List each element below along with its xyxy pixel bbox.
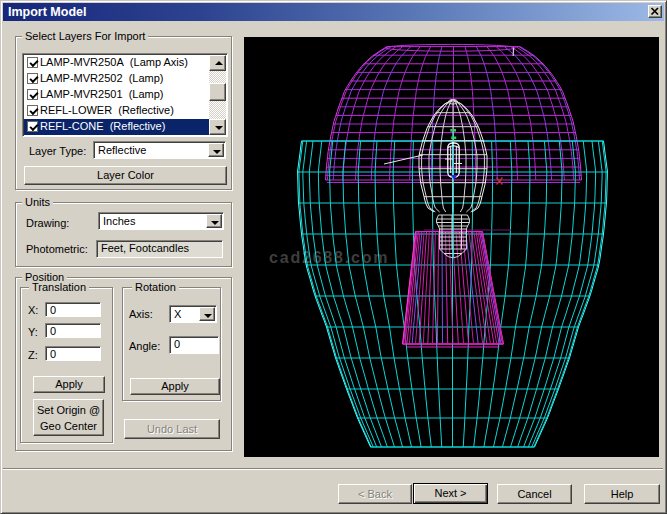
svg-text:cad2688.com: cad2688.com — [269, 249, 389, 266]
